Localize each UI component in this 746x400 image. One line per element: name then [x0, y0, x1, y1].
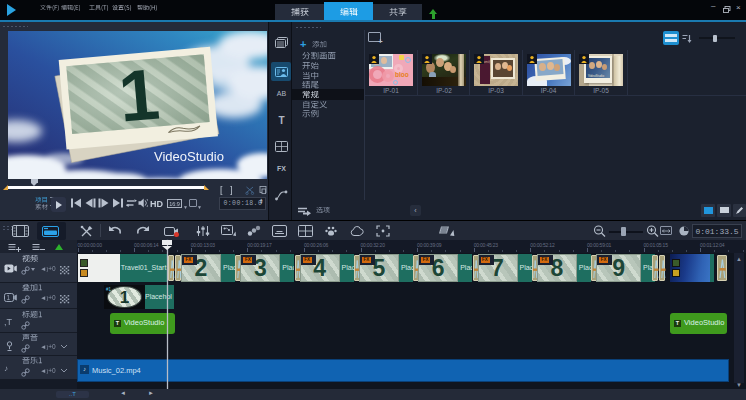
svg-text:VideoStudio: VideoStudio: [154, 149, 224, 164]
svg-text:1: 1: [7, 294, 11, 301]
svg-text:16:9: 16:9: [169, 201, 180, 207]
svg-text:1: 1: [116, 53, 163, 136]
